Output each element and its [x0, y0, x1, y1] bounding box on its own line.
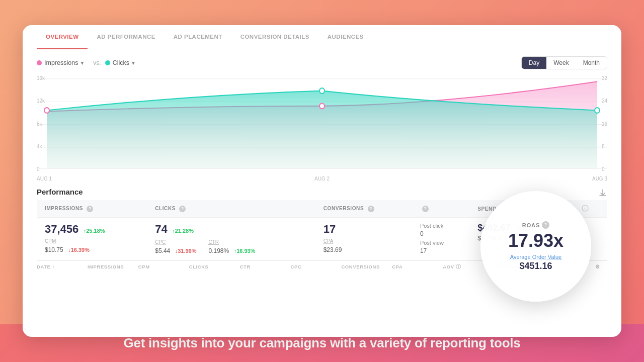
cpc-group: CPC $5.44 ↓31.96% [155, 237, 196, 255]
roas-help-icon[interactable]: ? [542, 221, 549, 229]
cpa-label: CPA [324, 238, 334, 244]
col-cpa: CPA [392, 264, 443, 270]
cpc-change: ↓31.96% [175, 248, 197, 254]
clicks-point-2 [319, 88, 325, 94]
roas-value: 17.93x [508, 231, 564, 251]
main-card: OVERVIEW AD PERFORMANCE AD PLACEMENT CON… [23, 25, 621, 337]
th-clicks-label: CLICKS [155, 206, 176, 211]
roas-sub-value: $451.16 [519, 261, 552, 272]
nav-tabs: OVERVIEW AD PERFORMANCE AD PLACEMENT CON… [23, 25, 621, 49]
clicks-value: 74 [155, 223, 167, 235]
post-click-row: Post click [420, 223, 461, 229]
x-label-aug3: AUG 3 [592, 176, 607, 182]
impressions-point-2 [319, 103, 325, 109]
impressions-point-1 [44, 108, 49, 113]
ctr-label: CTR [209, 239, 219, 245]
td-post: Post click 0 Post view 17 [412, 218, 469, 260]
col-cpm: CPM [138, 264, 189, 270]
td-impressions: 37,456 ↑25.18% CPM $10.75 ↓16.39% [37, 218, 147, 260]
tab-conversion-details[interactable]: CONVERSION DETAILS [231, 25, 318, 49]
post-help-icon[interactable]: ? [422, 206, 429, 212]
x-label-aug1: AUG 1 [37, 176, 52, 182]
x-label-aug2: AUG 2 [314, 176, 330, 182]
chart-container: 16k 12k 8k 4k 0 32 24 16 8 0 [37, 73, 607, 174]
th-conversions: CONVERSIONS ? [315, 200, 412, 218]
post-view-label: Post view [420, 240, 444, 246]
col-cpc: CPC [291, 264, 342, 270]
tab-ad-placement[interactable]: AD PLACEMENT [165, 25, 231, 49]
conversions-sub-value-row: $23.69 [324, 245, 404, 254]
banner-text: Get insights into your campaigns with a … [124, 335, 521, 351]
impressions-value: 37,456 [45, 223, 78, 235]
impressions-legend: Impressions ▼ [37, 59, 86, 66]
td-clicks: 74 ↑21.28% CPC $5.44 ↓31.96% [147, 218, 315, 260]
cpa-value: $23.69 [324, 246, 342, 253]
ctr-group: CTR 0.198% ↑16.93% [209, 237, 256, 255]
clicks-label: Clicks [113, 59, 129, 66]
th-impressions: IMPRESSIONS ? [37, 200, 147, 218]
cpm-label: CPM [45, 238, 56, 244]
clicks-value-row: 74 ↑21.28% [155, 223, 307, 236]
impressions-dropdown[interactable]: ▼ [79, 60, 85, 66]
impressions-change: ↑25.18% [84, 228, 105, 234]
conversions-help-icon[interactable]: ? [368, 206, 374, 212]
clicks-help-icon[interactable]: ? [179, 206, 186, 212]
day-button[interactable]: Day [522, 57, 546, 69]
col-ctr: CTR [240, 264, 291, 270]
post-click-value: 0 [420, 230, 424, 237]
impressions-sub-row: CPM [45, 236, 139, 245]
col-date: DATE ↑ [37, 264, 88, 270]
col-clicks: CLICKS [189, 264, 240, 270]
impressions-value-row: 37,456 ↑25.18% [45, 223, 139, 236]
post-view-row: Post view [420, 240, 461, 246]
cpc-value: $5.44 [155, 247, 170, 254]
col-settings[interactable]: ⚙ [595, 264, 607, 270]
post-view-value: 17 [420, 247, 427, 254]
impressions-help-icon[interactable]: ? [87, 206, 93, 212]
clicks-change: ↑21.28% [172, 228, 194, 234]
roas-popup: ROAS ? 17.93x Average Order Value $451.1… [480, 191, 591, 302]
conversions-value-row: 17 [324, 223, 404, 236]
roas-label-row: ROAS ? [522, 221, 549, 229]
tab-overview[interactable]: OVERVIEW [37, 25, 88, 49]
impressions-dot [37, 60, 42, 65]
conversions-sub-row: CPA [324, 236, 404, 245]
th-clicks: CLICKS ? [147, 200, 315, 218]
tab-audiences[interactable]: AUDIENCES [318, 25, 373, 49]
roas-sub-label: Average Order Value [510, 254, 561, 260]
chart-controls: Impressions ▼ vs. Clicks ▼ Day Week Mont… [37, 56, 607, 69]
week-button[interactable]: Week [546, 57, 576, 69]
impressions-sub-value-row: $10.75 ↓16.39% [45, 245, 139, 254]
th-conversions-label: CONVERSIONS [324, 206, 364, 211]
vs-text: vs. [93, 59, 101, 66]
impressions-label: Impressions [44, 59, 78, 66]
clicks-dropdown[interactable]: ▼ [131, 60, 136, 66]
chart-section: Impressions ▼ vs. Clicks ▼ Day Week Mont… [23, 49, 621, 174]
month-button[interactable]: Month [576, 57, 607, 69]
post-view-value-row: 17 [420, 246, 461, 255]
download-button[interactable] [598, 189, 607, 200]
ctr-change: ↑16.93% [234, 248, 256, 254]
clicks-dot [105, 60, 110, 65]
roas-label-text: ROAS [522, 222, 540, 228]
cpm-change: ↓16.39% [68, 247, 90, 253]
cpc-label: CPC [155, 239, 166, 245]
post-click-value-row: 0 [420, 229, 461, 238]
th-post: ? [412, 200, 469, 218]
clicks-sub-row: CPC $5.44 ↓31.96% CTR 0.198% ↑1 [155, 237, 307, 255]
chart-svg [37, 73, 607, 174]
clicks-legend: Clicks ▼ [105, 59, 137, 66]
td-conversions: 17 CPA $23.69 [315, 218, 412, 260]
clicks-point-3 [595, 108, 600, 113]
x-axis-labels: AUG 1 AUG 2 AUG 3 [23, 174, 621, 182]
conversions-value: 17 [324, 223, 336, 235]
time-buttons: Day Week Month [521, 56, 607, 69]
cpm-value: $10.75 [45, 246, 63, 253]
col-conversions: CONVERSIONS [341, 264, 392, 270]
tab-ad-performance[interactable]: AD PERFORMANCE [88, 25, 164, 49]
svg-text:i: i [585, 207, 586, 211]
th-impressions-label: IMPRESSIONS [45, 206, 83, 211]
post-click-label: Post click [420, 223, 443, 229]
col-impressions: IMPRESSIONS [88, 264, 138, 270]
ctr-value: 0.198% [209, 247, 229, 254]
